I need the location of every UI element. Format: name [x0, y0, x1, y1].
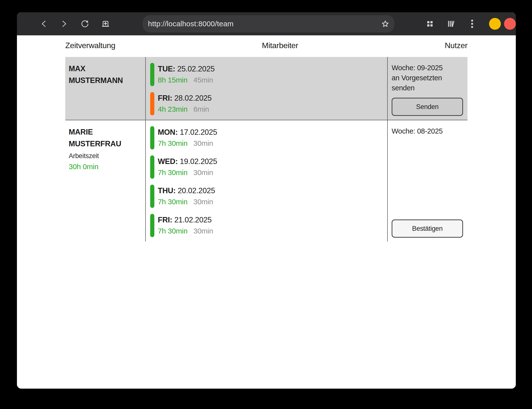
day-date: 20.02.2025 [178, 186, 215, 195]
worktime-label: Arbeitszeit [69, 151, 143, 161]
employee-name-line: MAX [69, 63, 143, 75]
week-label: Woche: 08-2025 [392, 126, 463, 136]
pause-time: 30min [193, 227, 213, 235]
url-text: http://localhost:8000/team [148, 20, 234, 28]
day-entry: FRI: 28.02.2025 4h 23min 6min [150, 92, 387, 115]
nav-item-mitarbeiter[interactable]: Mitarbeiter [262, 41, 298, 50]
minimize-window-button[interactable] [489, 18, 501, 30]
main-nav: Zeitverwaltung Mitarbeiter Nutzer [65, 41, 467, 50]
day-status-bar [150, 155, 154, 179]
new-tab-button[interactable] [101, 20, 110, 28]
close-window-button[interactable] [504, 18, 516, 30]
worktime-total: 30h 0min [69, 161, 143, 172]
day-entry: THU: 20.02.2025 7h 30min 30min [150, 185, 387, 208]
employee-days-cell: TUE: 25.02.2025 8h 15min 45min [145, 57, 387, 120]
day-label: TUE: [158, 65, 175, 73]
day-date: 19.02.2025 [180, 157, 217, 166]
employee-days-cell: MON: 17.02.2025 7h 30min 30min [145, 120, 387, 242]
url-bar[interactable]: http://localhost:8000/team [143, 15, 394, 32]
pause-time: 30min [193, 139, 213, 147]
day-date: 21.02.2025 [174, 216, 212, 224]
pause-time: 30min [193, 168, 213, 177]
day-status-bar [150, 92, 154, 115]
reload-button[interactable] [81, 20, 89, 28]
reload-icon [80, 19, 89, 28]
day-entry: WED: 19.02.2025 7h 30min 30min [150, 155, 387, 179]
week-note: an Vorgesetzten [392, 73, 463, 83]
worked-time: 7h 30min [158, 227, 187, 235]
nav-item-nutzer[interactable]: Nutzer [445, 41, 467, 50]
forward-button[interactable] [60, 20, 68, 28]
employee-name-line: MUSTERMANN [69, 75, 143, 86]
day-entry: FRI: 21.02.2025 7h 30min 30min [150, 214, 387, 237]
employee-name-cell: MAX MUSTERMANN [65, 57, 145, 120]
page-content: Zeitverwaltung Mitarbeiter Nutzer MAX MU… [17, 35, 516, 389]
week-action-cell: Woche: 09-2025 an Vorgesetzten senden Se… [387, 57, 467, 120]
browser-toolbar: http://localhost:8000/team [17, 12, 516, 35]
day-date: 28.02.2025 [174, 94, 212, 102]
day-date: 17.02.2025 [180, 128, 217, 136]
day-label: FRI: [158, 216, 172, 224]
employee-name-cell: MARIE MUSTERFRAU Arbeitszeit 30h 0min [65, 120, 145, 242]
senden-button[interactable]: Senden [392, 98, 463, 116]
day-status-bar [150, 63, 154, 86]
employee-table: MAX MUSTERMANN TUE: 25.02.2025 [65, 57, 467, 242]
week-label: Woche: 09-2025 [392, 63, 463, 73]
apps-menu-button[interactable] [426, 20, 434, 28]
pause-time: 6min [193, 105, 209, 113]
pause-time: 45min [193, 76, 213, 84]
week-action-cell: Woche: 08-2025 Bestätigen [387, 120, 467, 242]
day-status-bar [150, 126, 154, 150]
bestaetigen-button[interactable]: Bestätigen [392, 219, 463, 238]
new-tab-icon [101, 19, 110, 28]
worked-time: 7h 30min [158, 198, 187, 206]
screenshot-stage: http://localhost:8000/team [0, 0, 532, 409]
worked-time: 7h 30min [158, 168, 187, 177]
back-button[interactable] [40, 20, 48, 28]
star-icon [381, 20, 389, 28]
day-label: THU: [158, 186, 176, 195]
library-icon [447, 20, 455, 28]
worked-time: 4h 23min [158, 105, 187, 113]
chevron-right-icon [61, 20, 67, 28]
day-label: FRI: [158, 94, 172, 102]
grid-icon [426, 20, 434, 28]
nav-item-zeitverwaltung[interactable]: Zeitverwaltung [65, 41, 115, 50]
day-label: WED: [158, 157, 178, 166]
worked-time: 8h 15min [158, 76, 187, 84]
day-entry: TUE: 25.02.2025 8h 15min 45min [150, 63, 387, 86]
worked-time: 7h 30min [158, 139, 187, 147]
library-button[interactable] [447, 20, 455, 28]
pause-time: 30min [193, 198, 213, 206]
day-date: 25.02.2025 [177, 65, 214, 73]
day-entry: MON: 17.02.2025 7h 30min 30min [150, 126, 387, 150]
table-row-marie-musterfrau[interactable]: MARIE MUSTERFRAU Arbeitszeit 30h 0min MO… [65, 120, 467, 242]
week-note: senden [392, 83, 463, 93]
employee-name-line: MUSTERFRAU [69, 138, 143, 150]
day-label: MON: [158, 128, 178, 136]
kebab-menu-icon [471, 19, 474, 28]
bookmark-button[interactable] [381, 20, 389, 28]
table-row-max-mustermann[interactable]: MAX MUSTERMANN TUE: 25.02.2025 [65, 57, 467, 120]
day-status-bar [150, 214, 154, 237]
main-menu-button[interactable] [468, 20, 476, 28]
browser-window: http://localhost:8000/team [17, 12, 516, 389]
employee-name-line: MARIE [69, 126, 143, 138]
day-status-bar [150, 185, 154, 208]
chevron-left-icon [40, 20, 47, 28]
